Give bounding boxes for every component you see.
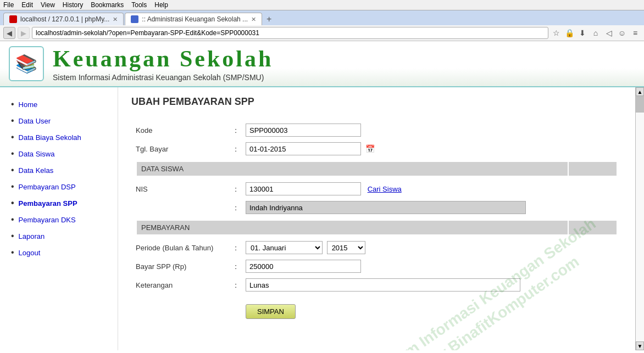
menu-tools[interactable]: Tools: [131, 1, 147, 9]
scrollbar[interactable]: ▲ ▼: [635, 87, 644, 350]
tab-1-label: localhost / 127.0.0.1 | phpMy...: [20, 15, 109, 23]
tab-1-icon: [9, 15, 17, 23]
site-title: Keuangan Sekolah: [53, 46, 273, 72]
calendar-icon[interactable]: 📅: [365, 144, 375, 153]
menu-file[interactable]: File: [3, 1, 14, 9]
scroll-down-button[interactable]: ▼: [636, 341, 644, 350]
tab-1-close[interactable]: ✕: [113, 16, 118, 23]
nis-colon: :: [230, 180, 241, 198]
scroll-track: [636, 96, 644, 341]
pembayaran-header: PEMBAYARAN: [137, 221, 568, 234]
tab-2-icon: [131, 15, 138, 23]
bayar-spp-input[interactable]: [246, 260, 361, 273]
sidebar-item-home[interactable]: Home: [0, 96, 118, 113]
star-icon[interactable]: ☆: [551, 27, 562, 38]
nama-input: [246, 201, 526, 214]
keterangan-input[interactable]: [246, 278, 520, 292]
menu-edit[interactable]: Edit: [21, 1, 33, 9]
scroll-thumb[interactable]: [636, 96, 644, 113]
menu-history[interactable]: History: [63, 1, 83, 9]
add-tab-button[interactable]: +: [263, 13, 275, 25]
menu-bookmarks[interactable]: Bookmarks: [91, 1, 124, 9]
forward-button[interactable]: ▶: [18, 27, 30, 39]
tgl-bayar-input[interactable]: [246, 142, 361, 155]
sidebar: Home Data User Data Biaya Sekolah Data S…: [0, 87, 118, 350]
tab-2[interactable]: :: Administrasi Keuangan Sekolah ... ✕: [125, 13, 262, 25]
periode-colon: :: [230, 238, 241, 257]
logo-icon: 📚: [15, 53, 37, 74]
sidebar-nav: Home Data User Data Biaya Sekolah Data S…: [0, 96, 118, 261]
keterangan-colon: :: [230, 276, 241, 294]
tab-2-label: :: Administrasi Keuangan Sekolah ...: [142, 15, 248, 23]
sidebar-item-data-user[interactable]: Data User: [0, 113, 118, 129]
kode-colon: :: [230, 121, 241, 139]
sidebar-item-logout[interactable]: Logout: [0, 244, 118, 261]
home-icon[interactable]: ⌂: [590, 27, 601, 38]
bayar-spp-colon: :: [230, 257, 241, 276]
lock-icon[interactable]: 🔒: [564, 27, 575, 38]
menu-help[interactable]: Help: [154, 1, 168, 9]
logo: 📚: [9, 46, 44, 81]
sidebar-item-data-biaya-sekolah[interactable]: Data Biaya Sekolah: [0, 129, 118, 145]
sidebar-item-pembayaran-spp[interactable]: Pembayaran SPP: [0, 195, 118, 211]
keterangan-label: Keterangan: [131, 276, 230, 294]
tab-1[interactable]: localhost / 127.0.0.1 | phpMy... ✕: [3, 13, 124, 25]
sidebar-item-laporan[interactable]: Laporan: [0, 228, 118, 244]
scroll-up-button[interactable]: ▲: [636, 87, 644, 96]
nis-input[interactable]: [246, 182, 361, 195]
smiley-icon[interactable]: ☺: [617, 27, 628, 38]
menu-view[interactable]: View: [41, 1, 55, 9]
cari-siswa-link[interactable]: Cari Siswa: [368, 185, 402, 193]
form-table: Kode : Tgl. Bayar : 📅: [131, 121, 622, 322]
tgl-bayar-label: Tgl. Bayar: [131, 139, 230, 158]
nama-colon: :: [230, 198, 241, 217]
kode-label: Kode: [131, 121, 230, 139]
periode-label: Periode (Bulan & Tahun): [131, 238, 230, 257]
site-subtitle: Sistem Informasi Administrasi Keuangan S…: [53, 73, 273, 82]
menu-icon[interactable]: ≡: [630, 27, 641, 38]
tgl-bayar-colon: :: [230, 139, 241, 158]
nis-label: NIS: [131, 180, 230, 198]
main-content: Sistem Informasi Keuangan Sekolah www.Bi…: [118, 87, 635, 350]
arrow-icon[interactable]: ◁: [603, 27, 614, 38]
data-siswa-header: DATA SISWA: [137, 162, 568, 176]
download-icon[interactable]: ⬇: [577, 27, 588, 38]
sidebar-item-data-siswa[interactable]: Data Siswa: [0, 145, 118, 162]
sidebar-item-data-kelas[interactable]: Data Kelas: [0, 162, 118, 178]
periode-month-select[interactable]: 01. Januari 02. Februari 03. Maret 04. A…: [246, 241, 323, 254]
kode-input[interactable]: [246, 124, 361, 137]
sidebar-item-pembayaran-dsp[interactable]: Pembayaran DSP: [0, 178, 118, 195]
periode-year-select[interactable]: 2013 2014 2015 2016 2017: [327, 241, 365, 254]
tab-2-close[interactable]: ✕: [251, 16, 256, 23]
nama-label: [131, 198, 230, 217]
address-bar[interactable]: [32, 27, 548, 39]
bayar-spp-label: Bayar SPP (Rp): [131, 257, 230, 276]
site-header: 📚 Keuangan Sekolah Sistem Informasi Admi…: [0, 41, 644, 87]
back-button[interactable]: ◀: [3, 27, 15, 39]
page-title: UBAH PEMBAYARAN SPP: [131, 96, 622, 112]
sidebar-item-pembayaran-dks[interactable]: Pembayaran DKS: [0, 211, 118, 228]
simpan-button[interactable]: SIMPAN: [246, 304, 296, 319]
